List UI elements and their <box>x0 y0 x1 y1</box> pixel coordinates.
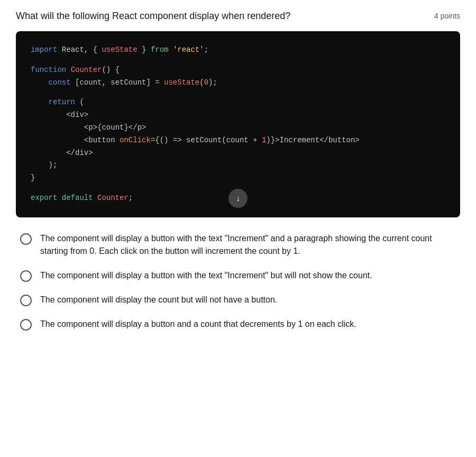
code-line-3: const [count, setCount] = useState(0); <box>31 77 445 89</box>
radio-option-3[interactable] <box>20 295 32 306</box>
option-3-text: The component will display the count but… <box>40 294 277 306</box>
code-line-9: ); <box>31 159 445 172</box>
code-block: import React, { useState } from 'react';… <box>16 31 460 217</box>
option-2[interactable]: The component will display a button with… <box>20 269 456 282</box>
code-line-4: return ( <box>31 96 445 109</box>
radio-option-2[interactable] <box>20 270 32 282</box>
option-3[interactable]: The component will display the count but… <box>20 294 456 306</box>
radio-option-4[interactable] <box>20 319 32 331</box>
points-badge: 4 points <box>434 11 460 20</box>
question-text: What will the following React component … <box>16 11 424 22</box>
option-2-text: The component will display a button with… <box>40 269 372 282</box>
option-4[interactable]: The component will display a button and … <box>20 318 456 331</box>
options-list: The component will display a button with… <box>16 232 460 331</box>
code-line-10: } <box>31 172 445 185</box>
code-line-8: </div> <box>31 147 445 160</box>
scroll-down-button[interactable]: ↓ <box>228 189 248 208</box>
code-blank-1 <box>31 57 445 64</box>
code-line-2: function Counter() { <box>31 64 445 77</box>
option-4-text: The component will display a button and … <box>40 318 356 331</box>
code-line-7: <button onClick={() => setCount(count + … <box>31 134 445 147</box>
question-header: What will the following React component … <box>16 11 460 22</box>
option-1-text: The component will display a button with… <box>40 232 456 258</box>
option-1[interactable]: The component will display a button with… <box>20 232 456 258</box>
radio-option-1[interactable] <box>20 233 32 245</box>
code-line-1: import React, { useState } from 'react'; <box>31 44 445 57</box>
code-line-5: <div> <box>31 109 445 122</box>
code-blank-2 <box>31 89 445 96</box>
code-line-6: <p>{count}</p> <box>31 122 445 134</box>
